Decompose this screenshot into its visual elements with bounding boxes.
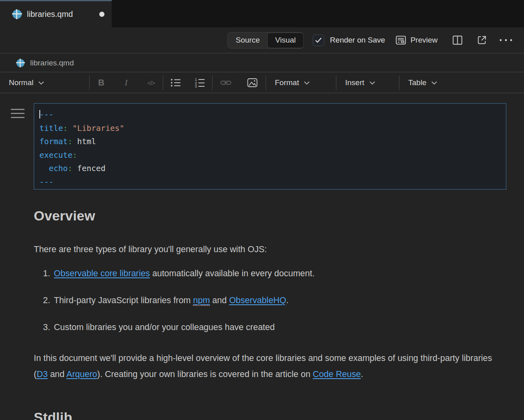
list-item: 2.Third-party JavaScript libraries from … <box>40 296 289 306</box>
table-menu-label: Table <box>408 78 426 87</box>
yaml-line: --- <box>39 108 506 122</box>
quarto-icon <box>12 9 22 19</box>
tab-title: libraries.qmd <box>27 10 73 19</box>
text-segment: . <box>286 296 289 305</box>
modified-indicator-icon[interactable] <box>99 12 104 17</box>
checkmark-icon <box>315 37 322 43</box>
chevron-down-icon <box>38 81 44 85</box>
link-button[interactable] <box>220 77 232 89</box>
inline-code-button[interactable]: </> <box>145 77 157 89</box>
yaml-line: format: html <box>39 135 506 149</box>
yaml-front-matter-block[interactable]: ---title: "Libraries"format: htmlexecute… <box>34 103 506 190</box>
yaml-line: execute: <box>39 149 506 162</box>
inline-link[interactable]: npm <box>193 296 210 306</box>
text-segment: and <box>210 296 229 305</box>
list-item-text: Observable core libraries automatically … <box>54 269 315 279</box>
closing-paragraph: In this document we'll provide a high-le… <box>34 350 496 382</box>
paragraph-style-dropdown[interactable]: Normal <box>9 78 89 87</box>
inline-link[interactable]: Observable core libraries <box>54 269 150 278</box>
visual-mode-button[interactable]: Visual <box>267 33 304 48</box>
split-editor-icon <box>452 35 463 45</box>
inline-link[interactable]: Code Reuse <box>313 369 361 379</box>
yaml-line: echo: fenced <box>39 162 506 175</box>
tab-bar: libraries.qmd <box>0 0 524 27</box>
preview-button[interactable]: Preview <box>395 35 438 45</box>
editor-toolbar: Source Visual Render on Save <box>0 27 524 53</box>
insert-menu[interactable]: Insert <box>336 78 399 87</box>
list-number: 3. <box>40 322 50 332</box>
render-on-save-label: Render on Save <box>330 36 385 45</box>
link-icon <box>220 78 231 88</box>
inline-link[interactable]: D3 <box>37 369 47 379</box>
chevron-down-icon <box>304 81 310 85</box>
svg-text:3: 3 <box>195 84 197 88</box>
italic-button[interactable]: I <box>120 77 132 89</box>
insert-menu-label: Insert <box>345 78 364 87</box>
formatting-toolbar: Normal B I </> 1 <box>0 73 524 93</box>
breadcrumb-file[interactable]: libraries.qmd <box>30 59 74 67</box>
heading-stdlib: Stdlib <box>34 410 72 420</box>
preview-icon <box>395 35 406 45</box>
format-menu[interactable]: Format <box>266 78 336 87</box>
source-mode-button[interactable]: Source <box>228 33 267 48</box>
split-editor-button[interactable] <box>452 35 463 45</box>
heading-overview: Overview <box>34 208 95 224</box>
numbered-list-button[interactable]: 1 2 3 <box>194 77 206 89</box>
yaml-line: title: "Libraries" <box>39 122 506 135</box>
table-menu[interactable]: Table <box>399 78 446 87</box>
bullet-list-icon <box>170 78 181 88</box>
text-segment: and <box>48 369 67 379</box>
text-segment: Custom libraries you and/or your colleag… <box>54 322 275 332</box>
chevron-down-icon <box>431 81 437 85</box>
open-external-button[interactable] <box>477 35 487 45</box>
quarto-icon <box>16 59 25 67</box>
chevron-down-icon <box>369 81 375 85</box>
text-segment: automatically available in every documen… <box>150 269 315 278</box>
image-button[interactable] <box>246 77 258 89</box>
yaml-line: --- <box>39 175 506 189</box>
text-segment: Third-party JavaScript libraries from <box>54 296 193 305</box>
list-item-text: Custom libraries you and/or your colleag… <box>54 322 275 332</box>
list-number: 2. <box>40 296 50 306</box>
open-external-icon <box>477 35 487 45</box>
text-segment: ). Creating your own libraries is covere… <box>97 369 313 379</box>
numbered-list-icon: 1 2 3 <box>194 77 205 88</box>
text-segment: . <box>361 369 363 379</box>
inline-link[interactable]: Arquero <box>66 369 97 379</box>
list-number: 1. <box>40 269 50 279</box>
list-item: 1.Observable core libraries automaticall… <box>40 269 315 279</box>
preview-label: Preview <box>410 36 438 45</box>
inline-link[interactable]: ObservableHQ <box>229 296 286 305</box>
render-on-save-checkbox[interactable] <box>313 35 324 46</box>
editor-window: libraries.qmd Source Visual Render on Sa… <box>0 0 524 420</box>
bullet-list-button[interactable] <box>170 77 182 89</box>
block-drag-handle-icon[interactable] <box>11 109 25 121</box>
intro-paragraph: There are three types of library you'll … <box>34 241 508 257</box>
tab-libraries-qmd[interactable]: libraries.qmd <box>0 0 112 27</box>
list-item-text: Third-party JavaScript libraries from np… <box>54 296 289 306</box>
ellipsis-icon <box>499 38 513 42</box>
list-item: 3.Custom libraries you and/or your colle… <box>40 322 275 332</box>
paragraph-style-value: Normal <box>9 78 33 87</box>
format-menu-label: Format <box>275 78 299 87</box>
mode-toggle: Source Visual <box>227 32 304 49</box>
image-icon <box>247 78 258 88</box>
breadcrumb: libraries.qmd <box>0 54 524 72</box>
more-actions-button[interactable] <box>499 38 513 42</box>
bold-button[interactable]: B <box>95 77 107 89</box>
